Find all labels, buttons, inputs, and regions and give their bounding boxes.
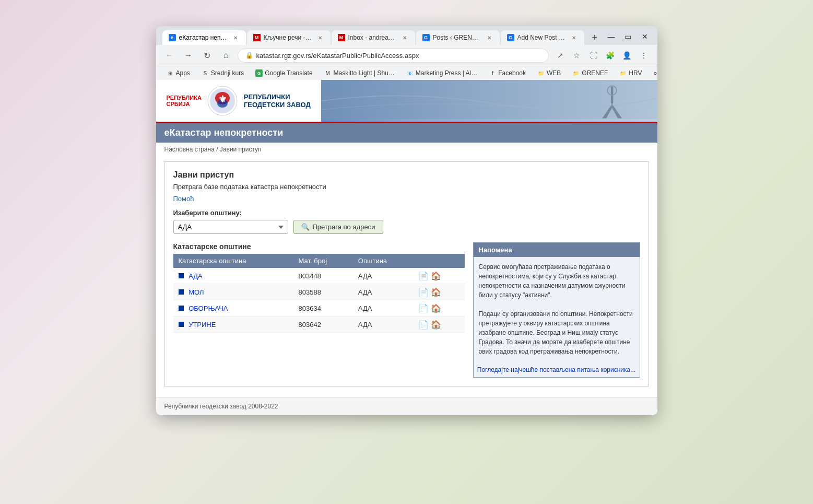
close-button[interactable]: ✕ — [639, 30, 651, 43]
faq-link[interactable]: Погледајте најчешће постављена питања ко… — [477, 366, 635, 373]
municipality-link[interactable]: ОБОРЊАЧА — [188, 304, 228, 312]
bookmark-maskitto[interactable]: M Maskitto Light | Shu… — [320, 68, 399, 78]
house-icon[interactable]: 🏠 — [431, 287, 441, 297]
svg-text:⚜: ⚜ — [218, 94, 227, 104]
home-button[interactable]: ⌂ — [219, 48, 233, 63]
bookmark-more[interactable]: » — [649, 68, 657, 78]
row-marker — [179, 306, 184, 311]
breadcrumb-home[interactable]: Насловна страна — [164, 146, 215, 153]
bookmark-web[interactable]: 📁 WEB — [533, 68, 565, 78]
tab-label-1: еКатастар непо… — [179, 34, 228, 41]
marketing-icon: 📧 — [406, 69, 414, 77]
table-row[interactable]: УТРИНЕ 803642 АДА 📄 🏠 — [173, 317, 465, 333]
tab-close-3[interactable]: ✕ — [400, 33, 409, 42]
table-cell-mat: 803588 — [293, 284, 353, 300]
municipality-select[interactable]: АДА БЕОГРАД НИШ — [173, 220, 288, 234]
logo-emblem: ⚜ — [206, 85, 240, 116]
address-bar: ← → ↻ ⌂ 🔒 katastar.rgz.gov.rs/eKatastarP… — [156, 45, 657, 66]
forward-button[interactable]: → — [181, 48, 196, 63]
doc-icon[interactable]: 📄 — [418, 319, 429, 330]
maximize-button[interactable]: ▭ — [622, 30, 634, 43]
bookmark-hrv[interactable]: 📁 HRV — [615, 68, 646, 78]
col-header-actions — [413, 254, 464, 268]
googletranslate-icon: G — [255, 69, 263, 77]
url-bar[interactable]: 🔒 katastar.rgz.gov.rs/eKatastarPublic/Pu… — [238, 49, 549, 63]
table-row[interactable]: АДА 803448 АДА 📄 🏠 — [173, 268, 465, 284]
bookmark-grenef[interactable]: 📁 GRENEF — [568, 68, 612, 78]
house-icon[interactable]: 🏠 — [431, 303, 441, 313]
profile-icon[interactable]: 👤 — [620, 48, 634, 63]
note-box: Напомена Сервис омогућава претраживање п… — [473, 242, 640, 378]
controls-row: АДА БЕОГРАД НИШ 🔍 Претрага по адреси — [173, 220, 640, 234]
window-controls: — ▭ ✕ — [605, 30, 651, 45]
tab-ekatast[interactable]: е еКатастар непо… ✕ — [162, 30, 246, 45]
bookmark-srednji[interactable]: S Srednji kurs — [197, 68, 248, 78]
bookmark-googletranslate-label: Google Translate — [265, 69, 312, 77]
section-title: Јавни приступ — [173, 170, 640, 180]
back-button[interactable]: ← — [162, 48, 177, 63]
republicki-text: РЕПУБЛИЧКИ — [244, 93, 311, 101]
table-cell-actions: 📄 🏠 — [413, 268, 464, 284]
note-text: Сервис омогућава претраживање података о… — [479, 262, 634, 300]
doc-icon[interactable]: 📄 — [418, 287, 429, 297]
house-icon[interactable]: 🏠 — [431, 271, 441, 281]
table-row[interactable]: ОБОРЊАЧА 803634 АДА 📄 🏠 — [173, 300, 465, 317]
table-cell-name: УТРИНЕ — [173, 317, 293, 333]
logo-text-right: РЕПУБЛИЧКИ ГЕОДЕТСКИ ЗАВОД — [244, 93, 311, 109]
table-row[interactable]: МОЛ 803588 АДА 📄 🏠 — [173, 284, 465, 300]
note-header: Напомена — [474, 243, 640, 257]
site-header: РЕПУБЛИКА СРБИЈА ⚜ РЕПУБЛИЧКИ ГЕОДЕТСКИ … — [156, 80, 657, 123]
bookmark-grenef-label: GRENEF — [582, 69, 608, 77]
republika-text: РЕПУБЛИКА — [167, 95, 202, 101]
minimize-button[interactable]: — — [605, 30, 618, 43]
table-cell-mat: 803642 — [293, 317, 353, 333]
tab-close-4[interactable]: ✕ — [485, 33, 493, 42]
page-title-bar: еКатастар непокретности — [156, 123, 657, 143]
page-footer: Републички геодетски завод 2008-2022 — [156, 397, 657, 415]
tab-kljucne[interactable]: M Кључне речи - фра… ✕ — [247, 30, 331, 45]
tab-close-2[interactable]: ✕ — [316, 33, 324, 42]
table-cell-actions: 📄 🏠 — [413, 284, 464, 300]
katastar-table: Катастарска општина Мат. број Општина — [173, 254, 465, 333]
hrv-folder-icon: 📁 — [619, 69, 627, 77]
municipality-link[interactable]: МОЛ — [188, 288, 204, 296]
tab-addnew[interactable]: G Add New Post ‹ … ✕ — [501, 30, 584, 45]
doc-icon[interactable]: 📄 — [418, 303, 429, 313]
fullscreen-icon[interactable]: ⛶ — [586, 48, 601, 63]
row-marker — [179, 273, 184, 278]
bookmark-facebook[interactable]: f Facebook — [485, 68, 530, 78]
bookmark-googletranslate[interactable]: G Google Translate — [251, 68, 316, 78]
house-icon[interactable]: 🏠 — [431, 319, 441, 330]
search-address-button[interactable]: 🔍 Претрага по адреси — [293, 220, 383, 234]
toolbar-icons: ↗ ☆ ⛶ 🧩 👤 ⋮ — [553, 48, 651, 63]
content-box: Јавни приступ Претрага базе података кат… — [164, 161, 649, 386]
bookmark-star-icon[interactable]: ☆ — [570, 48, 584, 63]
table-cell-opstina: АДА — [353, 268, 413, 284]
share-icon[interactable]: ↗ — [553, 48, 568, 63]
reload-button[interactable]: ↻ — [200, 48, 215, 63]
menu-icon[interactable]: ⋮ — [637, 48, 651, 63]
note-footer: Погледајте најчешће постављена питања ко… — [474, 361, 640, 377]
tab-posts[interactable]: G Posts ‹ GRENEF – ✕ — [416, 30, 500, 45]
tab-favicon-1: е — [169, 34, 176, 41]
tab-close-1[interactable]: ✕ — [231, 33, 240, 42]
doc-icon[interactable]: 📄 — [418, 271, 429, 281]
extension-icon[interactable]: 🧩 — [603, 48, 618, 63]
help-link[interactable]: Помоћ — [173, 195, 640, 203]
browser-window: е еКатастар непо… ✕ M Кључне речи - фра…… — [156, 26, 657, 415]
srednji-icon: S — [202, 69, 209, 77]
table-cell-mat: 803448 — [293, 268, 353, 284]
bookmarks-bar: ⊞ Apps S Srednji kurs G Google Translate… — [156, 66, 657, 80]
tab-inbox[interactable]: M Inbox - andrea@… ✕ — [332, 30, 415, 45]
bookmark-marketing-label: Marketing Press | Al… — [416, 69, 478, 77]
municipality-link[interactable]: УТРИНЕ — [188, 321, 216, 329]
municipality-link[interactable]: АДА — [188, 272, 203, 280]
table-cell-name: МОЛ — [173, 284, 293, 300]
bookmark-apps[interactable]: ⊞ Apps — [162, 68, 194, 78]
search-icon: 🔍 — [301, 223, 310, 231]
bookmark-marketing[interactable]: 📧 Marketing Press | Al… — [402, 68, 482, 78]
title-bar: е еКатастар непо… ✕ M Кључне речи - фра…… — [156, 26, 657, 45]
geodetski-text: ГЕОДЕТСКИ ЗАВОД — [244, 101, 311, 109]
tab-close-5[interactable]: ✕ — [570, 33, 578, 42]
new-tab-button[interactable]: + — [587, 30, 602, 45]
